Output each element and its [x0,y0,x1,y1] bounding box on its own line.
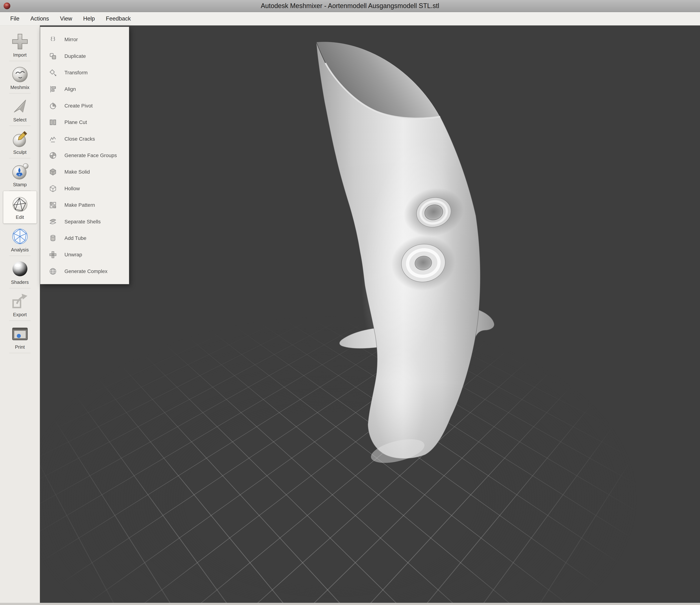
edit-item-label: Mirror [65,36,78,43]
tool-import[interactable]: Import [3,29,36,61]
tool-label: Print [15,344,25,350]
duplicate-icon [49,52,57,60]
tool-sidebar: Import Meshmix Select Sculpt [0,25,40,605]
tool-label: Sculpt [13,149,26,155]
select-arrow-icon [11,97,29,116]
face-groups-icon [49,151,57,160]
edit-item-hollow[interactable]: Hollow [40,180,129,197]
tool-label: Stamp [13,182,27,187]
menu-view[interactable]: View [55,14,78,24]
edit-item-mirror[interactable]: Mirror [40,31,129,48]
tool-label: Import [13,52,27,58]
viewport-3d[interactable] [40,25,700,603]
aorta-3d-model[interactable] [40,25,700,603]
menu-help[interactable]: Help [78,14,100,24]
close-cracks-icon [49,135,57,143]
unwrap-icon [49,251,57,259]
tool-select[interactable]: Select [3,94,36,126]
add-tube-icon [49,234,57,243]
edit-item-label: Create Pivot [65,103,93,109]
edit-item-label: Duplicate [65,53,86,59]
edit-item-label: Hollow [65,186,80,192]
edit-wireframe-icon [11,195,29,213]
mirror-icon [49,35,57,44]
edit-item-add-tube[interactable]: Add Tube [40,230,129,247]
make-solid-icon [49,168,57,176]
edit-item-make-pattern[interactable]: Make Pattern [40,197,129,213]
edit-item-separate-shells[interactable]: Separate Shells [40,213,129,230]
meshmixer-window: Autodesk Meshmixer - Aortenmodell Ausgan… [0,0,700,605]
generate-complex-icon [49,267,57,276]
analysis-mesh-icon [11,227,29,246]
edit-item-label: Generate Complex [65,269,107,274]
meshmixer-logo-icon [3,2,11,10]
align-icon [49,85,57,93]
print-3d-icon [11,325,29,343]
menu-bar: File Actions View Help Feedback [0,12,700,25]
separate-shells-icon [49,218,57,226]
window-title: Autodesk Meshmixer - Aortenmodell Ausgan… [261,2,439,10]
tool-label: Shaders [11,279,29,285]
edit-item-make-solid[interactable]: Make Solid [40,164,129,180]
tool-export[interactable]: Export [3,288,36,321]
meshmix-sphere-icon [11,65,29,83]
menu-feedback[interactable]: Feedback [100,14,136,24]
tool-label: Meshmix [10,84,29,90]
tool-sculpt[interactable]: Sculpt [3,126,36,158]
tool-stamp[interactable]: Stamp [3,158,36,191]
edit-menu-panel: Mirror Duplicate Transform Align [40,27,129,284]
edit-item-label: Make Solid [65,169,90,175]
edit-item-label: Add Tube [65,235,86,241]
edit-item-label: Align [65,86,76,92]
shaders-chrome-icon [11,260,29,278]
edit-item-label: Unwrap [65,252,82,258]
edit-item-transform[interactable]: Transform [40,65,129,81]
edit-item-label: Separate Shells [65,219,101,225]
hollow-icon [49,184,57,193]
edit-item-label: Plane Cut [65,119,87,125]
edit-item-label: Close Cracks [65,136,95,142]
sculpt-brush-icon [11,130,29,148]
tool-edit[interactable]: Edit [3,191,37,224]
edit-item-close-cracks[interactable]: Close Cracks [40,130,129,147]
create-pivot-icon [49,102,57,110]
plane-cut-icon [49,118,57,127]
menu-file[interactable]: File [5,14,25,24]
edit-item-unwrap[interactable]: Unwrap [40,247,129,263]
edit-item-align[interactable]: Align [40,81,129,97]
tool-print[interactable]: Print [3,321,36,353]
tool-shaders[interactable]: Shaders [3,256,36,288]
menu-actions[interactable]: Actions [25,14,55,24]
edit-item-label: Transform [65,70,88,76]
import-icon [11,32,29,51]
make-pattern-icon [49,201,57,209]
edit-item-plane-cut[interactable]: Plane Cut [40,114,129,130]
edit-item-create-pivot[interactable]: Create Pivot [40,98,129,114]
edit-item-label: Make Pattern [65,202,95,208]
edit-item-generate-face-groups[interactable]: Generate Face Groups [40,147,129,164]
tool-label: Export [13,312,27,318]
title-bar[interactable]: Autodesk Meshmixer - Aortenmodell Ausgan… [0,0,700,12]
edit-item-generate-complex[interactable]: Generate Complex [40,263,129,280]
edit-item-duplicate[interactable]: Duplicate [40,48,129,64]
tool-label: Edit [16,215,24,220]
stamp-sphere-icon [11,162,29,180]
window-bottom-edge [0,603,700,605]
tool-meshmix[interactable]: Meshmix [3,61,36,94]
edit-item-label: Generate Face Groups [65,153,117,158]
tool-label: Select [13,117,26,123]
export-arrow-icon [11,292,29,310]
tool-label: Analysis [11,247,29,253]
tool-analysis[interactable]: Analysis [3,224,36,256]
transform-icon [49,69,57,77]
